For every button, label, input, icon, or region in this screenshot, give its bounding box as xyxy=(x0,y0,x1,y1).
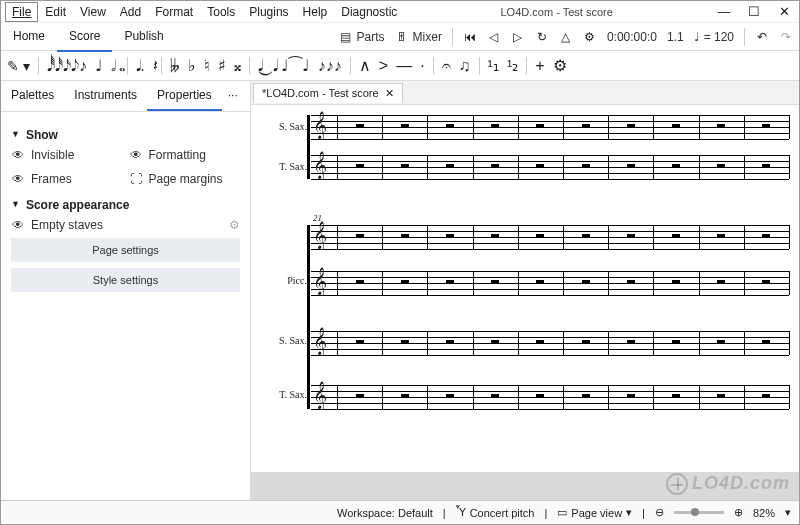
flat-icon[interactable]: ♭ xyxy=(188,56,196,75)
staff[interactable]: 𝄞 xyxy=(311,115,789,139)
whole-rest xyxy=(717,280,725,283)
menu-add[interactable]: Add xyxy=(113,2,148,22)
toggle-empty-staves[interactable]: 👁Empty staves ⚙ xyxy=(11,218,240,232)
voice-2-button[interactable]: ¹₂ xyxy=(507,56,518,75)
menu-plugins[interactable]: Plugins xyxy=(242,2,295,22)
tuplet-icon[interactable]: ♪♪♪ xyxy=(318,57,342,75)
whole-rest xyxy=(536,164,544,167)
menu-file[interactable]: File xyxy=(5,2,38,22)
toggle-formatting[interactable]: 👁Formatting xyxy=(129,148,241,162)
whole-rest xyxy=(717,124,725,127)
loop-icon[interactable]: ↻ xyxy=(535,30,549,44)
zoom-slider[interactable] xyxy=(674,511,724,514)
sidetab-more[interactable]: ··· xyxy=(222,81,244,111)
barline xyxy=(563,115,564,139)
appearance-section-header[interactable]: ▼Score appearance xyxy=(11,198,240,212)
dur-8th-alt[interactable]: ♪ xyxy=(79,57,87,75)
barline xyxy=(608,225,609,249)
barline xyxy=(699,115,700,139)
articulations-group: ∧ > — · xyxy=(359,56,425,75)
zoom-in-icon[interactable]: ⊕ xyxy=(734,506,743,519)
note-input-mode-icon[interactable]: ✎ ▾ xyxy=(7,58,30,74)
parts-button[interactable]: ▤Parts xyxy=(339,30,385,44)
sidetab-palettes[interactable]: Palettes xyxy=(1,81,64,111)
menu-diagnostic[interactable]: Diagnostic xyxy=(334,2,404,22)
tie-icon[interactable]: 𝅘𝅥‿𝅘𝅥 xyxy=(258,57,273,75)
show-section-header[interactable]: ▼Show xyxy=(11,128,240,142)
toggle-invisible[interactable]: 👁Invisible xyxy=(11,148,123,162)
page-settings-button[interactable]: Page settings xyxy=(11,238,240,262)
redo-icon[interactable]: ↷ xyxy=(779,30,793,44)
score-page[interactable]: S. Sax. 𝄞 T. Sax. 𝄞 21 xyxy=(251,105,799,472)
menu-format[interactable]: Format xyxy=(148,2,200,22)
toolbar-settings-icon[interactable]: ⚙ xyxy=(553,56,567,75)
double-flat-icon[interactable]: 𝄫 xyxy=(170,57,180,75)
mixer-button[interactable]: 🎚Mixer xyxy=(395,30,442,44)
dur-quarter[interactable]: ♩ xyxy=(95,56,103,75)
chevron-down-icon[interactable]: ▾ xyxy=(785,506,791,519)
gear-icon[interactable]: ⚙ xyxy=(229,218,240,232)
staff[interactable]: 𝄞 xyxy=(311,385,789,409)
barline xyxy=(518,155,519,179)
slur-icon[interactable]: ♩⁀♩ xyxy=(281,56,310,75)
tenuto-icon[interactable]: — xyxy=(396,57,412,75)
concert-pitch-toggle[interactable]: ὟConcert pitch xyxy=(456,506,535,519)
staff[interactable]: 𝄞 xyxy=(311,271,789,295)
voice-1-button[interactable]: ¹₁ xyxy=(488,56,499,75)
tuning-fork-icon: Ὗ xyxy=(456,506,466,519)
tab-publish[interactable]: Publish xyxy=(112,22,175,52)
staff[interactable]: 𝄞 xyxy=(311,225,789,249)
status-bar: Workspace: Default | ὟConcert pitch | ▭P… xyxy=(1,500,799,524)
staff[interactable]: 𝄞 xyxy=(311,155,789,179)
sharp-icon[interactable]: ♯ xyxy=(218,56,226,75)
accent-icon[interactable]: > xyxy=(379,57,388,75)
close-button[interactable]: ✕ xyxy=(769,1,799,23)
toggle-margins[interactable]: ⛶Page margins xyxy=(129,172,241,186)
playback-settings-icon[interactable]: ⚙ xyxy=(583,30,597,44)
maximize-button[interactable]: ☐ xyxy=(739,1,769,23)
double-sharp-icon[interactable]: 𝄪 xyxy=(234,57,241,75)
sidetab-instruments[interactable]: Instruments xyxy=(64,81,147,111)
whole-rest xyxy=(536,340,544,343)
metronome-icon[interactable]: △ xyxy=(559,30,573,44)
close-tab-icon[interactable]: ✕ xyxy=(385,87,394,100)
document-tab[interactable]: *LO4D.com - Test score ✕ xyxy=(253,83,403,103)
zoom-value[interactable]: 82% xyxy=(753,507,775,519)
zoom-out-icon[interactable]: ⊖ xyxy=(655,506,664,519)
flip-icon[interactable]: 𝄐 xyxy=(442,57,451,75)
natural-icon[interactable]: ♮ xyxy=(204,56,210,75)
staff-label: T. Sax. xyxy=(267,389,307,400)
minimize-button[interactable]: — xyxy=(709,1,739,23)
menu-edit[interactable]: Edit xyxy=(38,2,73,22)
page-view-dropdown[interactable]: ▭Page view▾ xyxy=(557,506,632,519)
tempo-display[interactable]: ♩ = 120 xyxy=(694,30,734,44)
barline xyxy=(789,331,790,355)
whole-rest xyxy=(401,280,409,283)
whole-rest xyxy=(356,234,364,237)
style-settings-button[interactable]: Style settings xyxy=(11,268,240,292)
staccato-icon[interactable]: · xyxy=(420,57,424,75)
whole-rest xyxy=(672,340,680,343)
step-back-icon[interactable]: ◁ xyxy=(487,30,501,44)
add-button[interactable]: + xyxy=(535,57,544,75)
whole-rest xyxy=(446,280,454,283)
tab-score[interactable]: Score xyxy=(57,22,112,52)
menu-help[interactable]: Help xyxy=(296,2,335,22)
dot-button[interactable]: 𝅘𝅥 . xyxy=(136,57,145,75)
marcato-icon[interactable]: ∧ xyxy=(359,56,371,75)
menu-tools[interactable]: Tools xyxy=(200,2,242,22)
staff-label: T. Sax. xyxy=(267,161,307,172)
play-icon[interactable]: ▷ xyxy=(511,30,525,44)
tab-home[interactable]: Home xyxy=(1,22,57,52)
workspace-label[interactable]: Workspace: Default xyxy=(337,507,433,519)
whole-rest xyxy=(582,164,590,167)
staff[interactable]: 𝄞 xyxy=(311,331,789,355)
repeat-icon[interactable]: ♫ xyxy=(459,57,471,75)
menu-view[interactable]: View xyxy=(73,2,113,22)
undo-icon[interactable]: ↶ xyxy=(755,30,769,44)
rewind-icon[interactable]: ⏮ xyxy=(463,30,477,44)
sidetab-properties[interactable]: Properties xyxy=(147,81,222,111)
barline xyxy=(427,331,428,355)
toggle-frames[interactable]: 👁Frames xyxy=(11,172,123,186)
barline xyxy=(563,331,564,355)
